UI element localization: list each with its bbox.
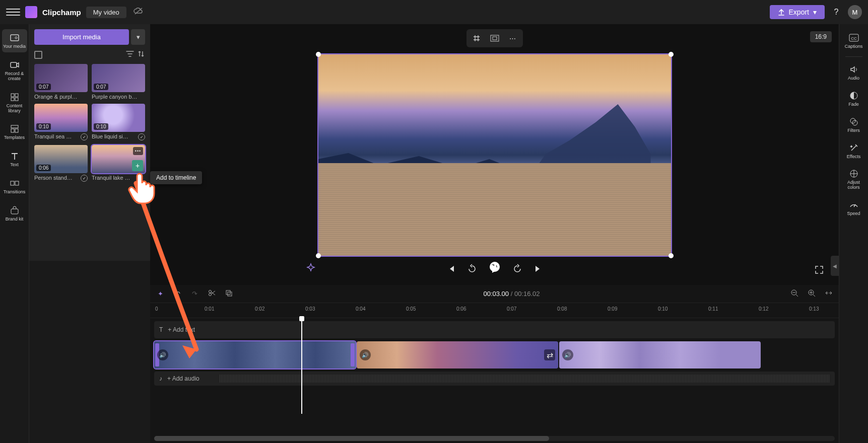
sidebar-item-transitions[interactable]: Transitions [2, 175, 27, 198]
help-icon[interactable]: ? [830, 8, 843, 17]
ruler-tick: 0:11 [708, 306, 718, 312]
more-icon[interactable]: ⋯ [505, 31, 521, 45]
next-clip-icon[interactable] [533, 264, 543, 275]
fullscreen-icon[interactable] [815, 265, 824, 276]
add-to-timeline-button[interactable]: + [132, 160, 143, 171]
undo-icon[interactable]: ↶ [171, 290, 183, 298]
text-track[interactable]: T + Add text [154, 321, 835, 338]
skip-forward-icon[interactable] [512, 264, 522, 275]
app-brand: Clipchamp [42, 8, 81, 17]
playhead[interactable] [301, 318, 302, 414]
cloud-sync-icon[interactable] [133, 7, 144, 17]
sidebar-item-label: Brand kit [6, 217, 24, 222]
media-item[interactable]: 0:07 Orange & purpl… [34, 64, 88, 100]
project-title[interactable]: My video [86, 7, 126, 18]
ruler-tick: 0:06 [456, 306, 466, 312]
export-button[interactable]: Export ▾ [770, 5, 825, 19]
captions-icon: CC [848, 32, 859, 43]
sort-icon[interactable] [137, 50, 145, 60]
menu-icon[interactable] [6, 5, 20, 19]
prev-clip-icon[interactable] [447, 264, 456, 275]
timeline-tracks: T + Add text 🔊 🔊 ⇄ 🔊 ♪ + Add audio [150, 318, 839, 389]
resize-handle[interactable] [669, 52, 674, 57]
redo-icon[interactable]: ↷ [188, 290, 201, 298]
sidebar-item-label: Record & create [2, 71, 27, 82]
sidebar-item-captions[interactable]: CC Captions [841, 29, 866, 52]
aspect-ratio-badge[interactable]: 16:9 [810, 31, 832, 42]
media-item[interactable]: 0:10 Tranquil sea a…✓ [34, 104, 88, 141]
timeline-collapse-icon[interactable]: ⌄ [164, 276, 176, 284]
clip-title: Purple canyon b… [92, 94, 145, 100]
sidebar-item-fade[interactable]: Fade [841, 87, 866, 110]
ruler-tick: 0:10 [658, 306, 667, 312]
resize-handle[interactable] [669, 253, 674, 258]
sidebar-item-text[interactable]: Text [2, 147, 27, 171]
timeline-clip[interactable]: 🔊 [559, 341, 761, 368]
sidebar-item-speed[interactable]: Speed [841, 196, 866, 219]
timeline-clip[interactable]: 🔊 ⇄ [357, 341, 558, 368]
copy-icon[interactable] [223, 289, 235, 299]
adjust-colors-icon [848, 168, 859, 179]
resize-handle[interactable] [316, 253, 321, 258]
select-all-checkbox[interactable] [34, 51, 42, 59]
sidebar-item-effects[interactable]: Effects [841, 139, 866, 163]
text-icon: T [159, 326, 163, 333]
audio-track[interactable]: ♪ + Add audio [154, 372, 835, 386]
clip-trim-handle[interactable] [351, 343, 355, 366]
media-item-hovered[interactable]: ••• + Tranquil lake … [92, 145, 145, 182]
sidebar-item-label: Speed [847, 211, 860, 216]
play-button[interactable] [488, 263, 501, 276]
skip-back-icon[interactable] [467, 264, 477, 275]
svg-point-22 [209, 293, 212, 296]
zoom-in-icon[interactable] [806, 289, 818, 299]
collapse-right-panel-icon[interactable]: ◀ [831, 256, 839, 276]
clip-duration: 0:07 [94, 84, 108, 90]
import-media-button[interactable]: Import media [34, 29, 129, 45]
fit-timeline-icon[interactable] [823, 289, 835, 299]
timeline-clip-selected[interactable]: 🔊 [154, 341, 356, 368]
zoom-out-icon[interactable] [788, 289, 800, 299]
timeline-scrollbar[interactable] [154, 436, 835, 441]
sidebar-item-record[interactable]: Record & create [2, 56, 27, 85]
avatar[interactable]: M [848, 5, 862, 19]
upload-icon [778, 9, 785, 16]
ai-sparkle-icon[interactable] [305, 263, 316, 276]
more-icon[interactable]: ••• [133, 147, 143, 155]
add-icon[interactable]: ✦ [154, 290, 166, 298]
scrollbar-thumb[interactable] [154, 436, 549, 441]
sidebar-item-your-media[interactable]: Your media [2, 29, 27, 52]
media-icon [9, 32, 20, 43]
sidebar-item-templates[interactable]: Templates [2, 120, 27, 143]
filter-icon[interactable] [126, 50, 134, 59]
video-preview[interactable]: ↻ [318, 54, 671, 256]
svg-point-1 [15, 37, 17, 39]
clip-audio-icon[interactable]: 🔊 [562, 349, 573, 360]
sidebar-item-label: Your media [3, 44, 26, 49]
sidebar-item-audio[interactable]: Audio [841, 61, 866, 84]
sidebar-item-brand-kit[interactable]: Brand kit [2, 202, 27, 225]
media-item[interactable]: 0:07 Purple canyon b… [92, 64, 145, 100]
audio-waveform [220, 375, 830, 383]
import-media-dropdown[interactable]: ▾ [131, 29, 145, 45]
right-sidebar: CC Captions Audio Fade Filters Effects A… [839, 24, 868, 443]
timeline-ruler[interactable]: 0 0:01 0:02 0:03 0:04 0:05 0:06 0:07 0:0… [150, 303, 839, 318]
sidebar-item-filters[interactable]: Filters [841, 113, 866, 136]
add-text-label: Add text [173, 326, 195, 333]
clip-audio-icon[interactable]: 🔊 [360, 349, 371, 360]
clip-transition-icon[interactable]: ⇄ [544, 349, 555, 360]
sidebar-item-content-library[interactable]: Content library [2, 89, 27, 117]
fit-icon[interactable] [487, 31, 503, 45]
preview-area: ⋯ 16:9 ↻ ◀ [150, 24, 839, 285]
crop-icon[interactable] [469, 31, 485, 45]
svg-point-21 [209, 290, 212, 293]
svg-rect-2 [11, 62, 17, 67]
resize-handle[interactable] [316, 52, 321, 57]
in-timeline-icon: ✓ [81, 133, 88, 140]
media-item[interactable]: 0:10 Blue liquid si…✓ [92, 104, 145, 141]
media-item[interactable]: 0:06 Person standi…✓ [34, 145, 88, 182]
svg-rect-23 [226, 290, 230, 294]
sidebar-item-adjust-colors[interactable]: Adjust colors [841, 165, 866, 193]
clip-audio-icon[interactable]: 🔊 [157, 349, 168, 360]
clip-duration: 0:10 [94, 123, 108, 130]
split-icon[interactable] [206, 289, 218, 299]
